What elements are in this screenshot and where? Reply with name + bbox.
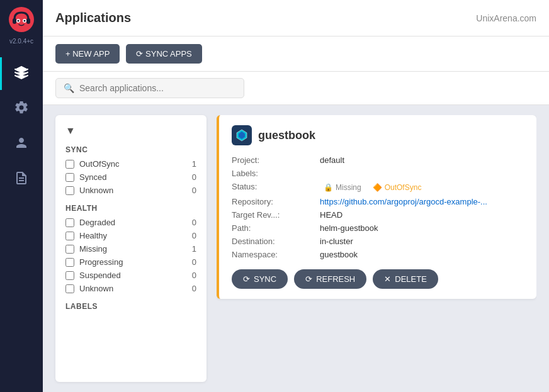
svg-point-5: [18, 20, 20, 22]
sidebar: v2.0.4+c: [0, 0, 43, 392]
layers-icon: [14, 65, 29, 82]
missing-checkbox[interactable]: [65, 245, 74, 254]
unknown-sync-label: Unknown: [79, 186, 113, 195]
suspended-checkbox[interactable]: [65, 271, 74, 280]
header-subtitle: UnixArena.com: [476, 13, 536, 23]
sidebar-item-settings[interactable]: [0, 92, 43, 125]
delete-button[interactable]: ✕ DELETE: [373, 269, 438, 289]
search-icon: 🔍: [64, 83, 74, 93]
svg-rect-1: [13, 18, 16, 24]
refresh-button[interactable]: ⟳ REFRESH: [294, 269, 366, 289]
outofsync-icon: 🔶: [373, 183, 382, 192]
status-missing-badge: 🔒 Missing: [320, 182, 365, 193]
project-value: default: [320, 155, 524, 165]
new-app-button[interactable]: + NEW APP: [55, 44, 120, 64]
status-badges: 🔒 Missing 🔶 OutOfSync: [320, 182, 524, 193]
unknown-sync-count: 0: [192, 186, 196, 195]
suspended-count: 0: [192, 271, 196, 280]
missing-label: Missing: [79, 244, 107, 254]
synced-label: Synced: [79, 172, 106, 182]
docs-icon: [14, 171, 29, 188]
project-label: Project:: [232, 155, 314, 165]
sidebar-nav: [0, 57, 43, 196]
status-outofsync-badge: 🔶 OutOfSync: [369, 182, 426, 193]
healthy-checkbox[interactable]: [65, 232, 74, 240]
filter-item-missing: Missing 1: [65, 244, 196, 254]
sync-apps-button[interactable]: ⟳ SYNC APPS: [126, 44, 201, 64]
progressing-label: Progressing: [79, 257, 123, 267]
filter-item-degraded: Degraded 0: [65, 218, 196, 227]
filter-icon: ▼: [65, 125, 196, 137]
missing-count: 1: [192, 244, 196, 254]
svg-rect-2: [26, 18, 30, 24]
namespace-label: Namespace:: [232, 250, 314, 259]
filter-item-progressing: Progressing 0: [65, 257, 196, 267]
repository-label: Repository:: [232, 197, 314, 206]
repository-value: https://github.com/argoproj/argocd-examp…: [320, 197, 524, 206]
target-rev-value: HEAD: [320, 210, 524, 220]
user-icon: [14, 135, 29, 153]
app-logo-icon: [232, 125, 252, 145]
search-wrapper: 🔍: [55, 78, 244, 98]
app-card-header: guestbook: [232, 125, 524, 145]
svg-marker-7: [15, 66, 28, 72]
labels-label: Labels:: [232, 169, 314, 178]
health-section-title: HEALTH: [65, 204, 196, 213]
app-card-guestbook: guestbook Project: default Labels: Statu…: [217, 115, 536, 299]
search-bar: 🔍: [43, 72, 549, 105]
outofsync-checkbox[interactable]: [65, 160, 74, 169]
healthy-label: Healthy: [79, 231, 107, 240]
destination-label: Destination:: [232, 237, 314, 246]
unknown-health-count: 0: [192, 284, 196, 293]
filter-item-outofsync: OutOfSync 1: [65, 159, 196, 169]
refresh-icon: ⟳: [305, 274, 312, 284]
svg-point-6: [24, 20, 26, 22]
outofsync-count: 1: [192, 159, 196, 169]
main-content: Applications UnixArena.com + NEW APP ⟳ S…: [43, 0, 549, 392]
sync-icon: ⟳: [243, 274, 250, 284]
healthy-count: 0: [192, 231, 196, 240]
app-details: Project: default Labels: Status: 🔒 Missi…: [232, 155, 524, 259]
filter-item-unknown-health: Unknown 0: [65, 284, 196, 293]
filter-item-unknown-sync: Unknown 0: [65, 186, 196, 195]
sidebar-item-user[interactable]: [0, 128, 43, 160]
degraded-label: Degraded: [79, 218, 115, 227]
header: Applications UnixArena.com: [43, 0, 549, 36]
svg-point-0: [9, 7, 34, 32]
app-actions: ⟳ SYNC ⟳ REFRESH ✕ DELETE: [232, 269, 524, 289]
unknown-health-checkbox[interactable]: [65, 284, 74, 293]
sidebar-item-applications[interactable]: [0, 57, 43, 90]
content-area: ▼ SYNC OutOfSync 1 Synced 0: [43, 105, 549, 392]
synced-checkbox[interactable]: [65, 173, 74, 182]
gear-icon: [14, 100, 29, 118]
missing-icon: 🔒: [324, 183, 333, 192]
sidebar-version: v2.0.4+c: [9, 38, 33, 45]
app-name: guestbook: [258, 129, 315, 142]
unknown-sync-checkbox[interactable]: [65, 186, 74, 195]
filter-item-suspended: Suspended 0: [65, 271, 196, 280]
delete-icon: ✕: [384, 274, 391, 284]
search-input[interactable]: [79, 83, 236, 93]
labels-value: [320, 169, 524, 178]
page-title: Applications: [55, 11, 131, 25]
progressing-count: 0: [192, 257, 196, 267]
sidebar-item-docs[interactable]: [0, 163, 43, 196]
sync-button[interactable]: ⟳ SYNC: [232, 269, 288, 289]
outofsync-label: OutOfSync: [79, 159, 120, 169]
destination-value: in-cluster: [320, 237, 524, 246]
suspended-label: Suspended: [79, 271, 121, 280]
labels-section-title: LABELS: [65, 302, 196, 311]
target-rev-label: Target Rev...:: [232, 210, 314, 220]
degraded-checkbox[interactable]: [65, 218, 74, 227]
status-label: Status:: [232, 182, 314, 193]
namespace-value: guestbook: [320, 250, 524, 259]
sync-section-title: SYNC: [65, 145, 196, 154]
filter-panel: ▼ SYNC OutOfSync 1 Synced 0: [55, 115, 207, 382]
synced-count: 0: [192, 172, 196, 182]
degraded-count: 0: [192, 218, 196, 227]
toolbar: + NEW APP ⟳ SYNC APPS: [43, 36, 549, 72]
unknown-health-label: Unknown: [79, 284, 113, 293]
path-value: helm-guestbook: [320, 223, 524, 233]
path-label: Path:: [232, 223, 314, 233]
progressing-checkbox[interactable]: [65, 258, 74, 267]
